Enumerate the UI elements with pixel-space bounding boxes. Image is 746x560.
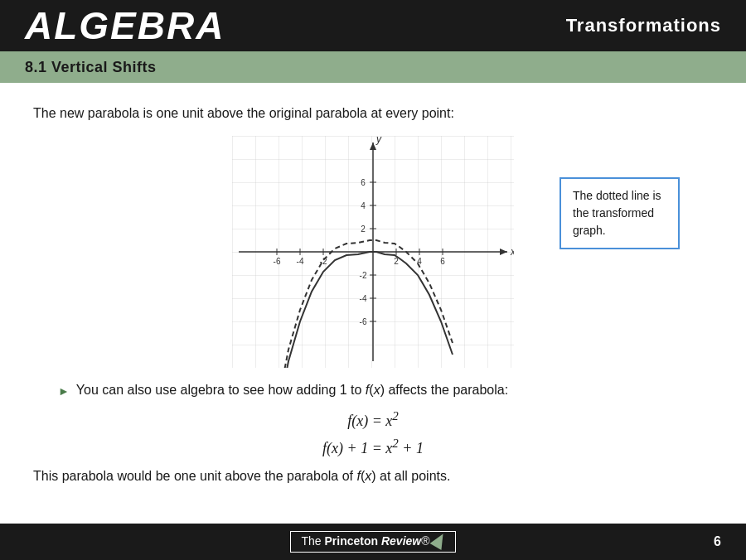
intro-text: The new parabola is one unit above the o…: [33, 106, 713, 121]
footer-diagonal: [429, 531, 448, 551]
section-topic: Transformations: [566, 15, 721, 36]
equations: f(x) = x2 f(x) + 1 = x2 + 1: [33, 409, 713, 457]
section-label: 8.1 Vertical Shifts: [25, 59, 157, 76]
svg-text:-6: -6: [360, 317, 367, 326]
svg-text:-2: -2: [360, 271, 367, 280]
bullet-text: You can also use algebra to see how addi…: [76, 383, 508, 398]
equation-2: f(x) + 1 = x2 + 1: [33, 437, 713, 457]
footer-princeton: Princeton: [324, 534, 378, 548]
graph-area: x y -6 -4 -2 2 4 6 6 4 2 -2 -4 -6: [33, 136, 713, 368]
footer-logo-text: The Princeton Review®: [301, 534, 444, 549]
bullet-icon: ►: [58, 384, 70, 398]
footer-logo-box: The Princeton Review®: [290, 531, 455, 553]
svg-text:-4: -4: [297, 257, 304, 266]
svg-text:6: 6: [361, 178, 366, 187]
svg-text:6: 6: [440, 257, 445, 266]
svg-text:-6: -6: [274, 257, 281, 266]
equation-1: f(x) = x2: [33, 409, 713, 430]
graph-svg: x y -6 -4 -2 2 4 6 6 4 2 -2 -4 -6: [232, 136, 514, 368]
page-title: ALGEBRA: [25, 3, 225, 48]
svg-text:2: 2: [361, 224, 366, 234]
section-bar: 8.1 Vertical Shifts: [0, 51, 746, 83]
bottom-text: This parabola would be one unit above th…: [33, 469, 713, 484]
main-content: The new parabola is one unit above the o…: [0, 83, 746, 484]
legend-text: The dotted line is the transformed graph…: [573, 189, 661, 237]
svg-text:-4: -4: [360, 294, 367, 303]
header: ALGEBRA Transformations: [0, 0, 746, 51]
svg-text:4: 4: [361, 201, 366, 210]
svg-text:x: x: [510, 246, 514, 258]
legend-box: The dotted line is the transformed graph…: [560, 177, 680, 249]
footer: The Princeton Review® 6: [0, 524, 746, 560]
footer-review: Review: [378, 534, 421, 548]
page-number: 6: [714, 534, 721, 549]
svg-text:y: y: [375, 136, 382, 145]
footer-the: The: [301, 534, 324, 548]
bullet-section: ► You can also use algebra to see how ad…: [33, 383, 713, 398]
graph-wrapper: x y -6 -4 -2 2 4 6 6 4 2 -2 -4 -6: [232, 136, 514, 368]
